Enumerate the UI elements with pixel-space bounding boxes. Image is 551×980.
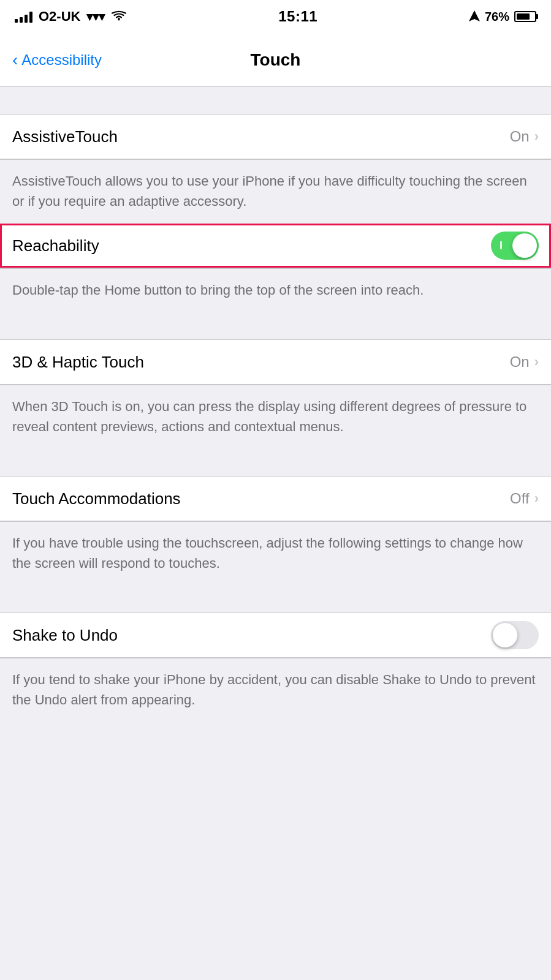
location-icon <box>469 10 480 23</box>
status-time: 15:11 <box>278 8 317 25</box>
shake-to-undo-description-text: If you tend to shake your iPhone by acci… <box>12 672 536 707</box>
assistive-touch-chevron: › <box>534 129 539 145</box>
touch-accommodations-description: If you have trouble using the touchscree… <box>0 521 551 586</box>
shake-to-undo-label: Shake to Undo <box>12 626 118 645</box>
3d-haptic-right: On › <box>510 353 539 371</box>
reachability-label: Reachability <box>12 236 99 255</box>
page-title: Touch <box>251 50 301 70</box>
shake-to-undo-toggle[interactable] <box>491 621 539 649</box>
chevron-left-icon: ‹ <box>12 51 18 69</box>
reachability-row[interactable]: Reachability <box>0 224 551 268</box>
back-button[interactable]: ‹ Accessibility <box>12 51 102 69</box>
reachability-group: Reachability <box>0 224 551 268</box>
battery-pct-label: 76% <box>485 10 509 24</box>
touch-accommodations-right: Off › <box>510 490 539 507</box>
3d-haptic-row[interactable]: 3D & Haptic Touch On › <box>0 340 551 384</box>
nav-bar: ‹ Accessibility Touch <box>0 33 551 87</box>
touch-accommodations-row[interactable]: Touch Accommodations Off › <box>0 477 551 521</box>
signal-icon <box>15 10 32 23</box>
back-label: Accessibility <box>21 51 102 69</box>
3d-haptic-label: 3D & Haptic Touch <box>12 353 144 372</box>
assistive-touch-value: On <box>510 128 530 145</box>
battery-icon <box>514 11 536 22</box>
carrier-label: O2-UK <box>39 9 80 24</box>
shake-to-undo-description: If you tend to shake your iPhone by acci… <box>0 658 551 722</box>
3d-haptic-chevron: › <box>534 354 539 370</box>
touch-accommodations-group: Touch Accommodations Off › <box>0 476 551 521</box>
touch-accommodations-label: Touch Accommodations <box>12 489 181 508</box>
toggle-knob <box>512 233 537 258</box>
touch-accommodations-description-text: If you have trouble using the touchscree… <box>12 535 523 571</box>
reachability-description-text: Double-tap the Home button to bring the … <box>12 282 424 298</box>
section-gap-top <box>0 87 551 114</box>
assistive-touch-description-text: AssistiveTouch allows you to use your iP… <box>12 173 527 209</box>
shake-to-undo-row[interactable]: Shake to Undo <box>0 613 551 657</box>
status-left: O2-UK ▾▾▾ <box>15 9 127 24</box>
section-gap-2 <box>0 449 551 476</box>
section-gap-3 <box>0 586 551 612</box>
3d-haptic-group: 3D & Haptic Touch On › <box>0 339 551 385</box>
wifi-icon: ▾▾▾ <box>86 9 105 24</box>
shake-to-undo-group: Shake to Undo <box>0 612 551 658</box>
reachability-toggle[interactable] <box>491 232 539 260</box>
wifi-svg-icon <box>111 10 127 23</box>
3d-haptic-description: When 3D Touch is on, you can press the d… <box>0 385 551 449</box>
touch-accommodations-value: Off <box>510 490 530 507</box>
3d-haptic-value: On <box>510 353 530 371</box>
assistive-touch-label: AssistiveTouch <box>12 127 118 146</box>
assistive-touch-group: AssistiveTouch On › <box>0 114 551 159</box>
assistive-touch-right: On › <box>510 128 539 145</box>
status-right: 76% <box>469 10 536 24</box>
touch-accommodations-chevron: › <box>534 491 539 507</box>
reachability-description: Double-tap the Home button to bring the … <box>0 268 551 312</box>
assistive-touch-row[interactable]: AssistiveTouch On › <box>0 115 551 159</box>
section-gap-1 <box>0 312 551 339</box>
shake-toggle-knob <box>493 623 517 647</box>
3d-haptic-description-text: When 3D Touch is on, you can press the d… <box>12 399 526 434</box>
status-bar: O2-UK ▾▾▾ 15:11 76% <box>0 0 551 33</box>
assistive-touch-description: AssistiveTouch allows you to use your iP… <box>0 159 551 224</box>
